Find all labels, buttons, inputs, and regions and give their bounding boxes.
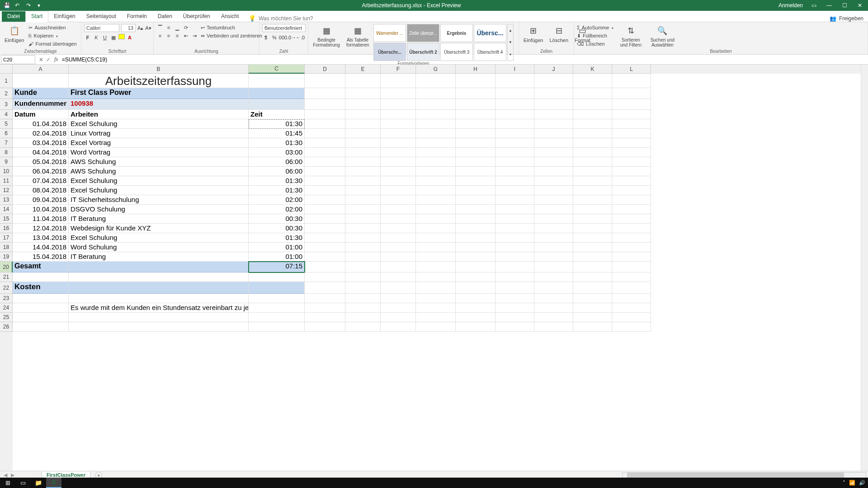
sort-label: Sortieren und Filtern <box>618 38 643 47</box>
font-color-button[interactable]: A <box>126 34 133 41</box>
style-check-cell[interactable]: Zelle überpr... <box>407 24 439 42</box>
sort-filter-button[interactable]: ⇅Sortieren und Filtern <box>616 24 645 48</box>
paste-label: Einfügen <box>5 38 24 43</box>
font-group-label: Schriftart <box>84 49 151 54</box>
table-icon: ▦ <box>352 25 363 37</box>
align-left-icon[interactable]: ≡ <box>156 32 164 39</box>
share-button[interactable]: Freigeben <box>839 15 863 22</box>
fill-icon: ⬇ <box>577 33 581 39</box>
tell-me-label: Was möchten Sie tun? <box>259 15 313 22</box>
signin-link[interactable]: Anmelden <box>778 2 803 9</box>
fill-button[interactable]: ⬇Füllbereich <box>577 32 613 39</box>
tab-data[interactable]: Daten <box>152 11 178 22</box>
tab-pagelayout[interactable]: Seitenlayout <box>81 11 122 22</box>
tab-view[interactable]: Ansicht <box>216 11 244 22</box>
grow-font-icon[interactable]: A▴ <box>137 25 143 31</box>
underline-button[interactable]: U <box>101 34 108 41</box>
maximize-icon[interactable]: ☐ <box>840 2 849 9</box>
delete-cells-button[interactable]: ⊟Löschen <box>547 24 570 44</box>
style-warning[interactable]: Warnender ... <box>373 24 406 42</box>
inc-decimal-icon[interactable]: .0→ <box>288 34 295 41</box>
wrap-icon: ↩ <box>201 25 205 31</box>
style-down-icon[interactable]: ▼ <box>508 40 513 44</box>
percent-icon[interactable]: % <box>271 34 278 41</box>
copy-label: Kopieren <box>33 33 53 38</box>
cond-format-icon: ▦ <box>321 25 332 37</box>
style-heading[interactable]: Übersc... <box>474 24 506 42</box>
bold-button[interactable]: F <box>84 34 91 41</box>
tab-review[interactable]: Überprüfen <box>178 11 216 22</box>
tab-file[interactable]: Datei <box>2 11 25 22</box>
confirm-formula-icon[interactable]: ✓ <box>46 56 51 63</box>
wrap-text-button[interactable]: ↩Textumbruch <box>201 24 267 31</box>
fill-label: Füllbereich <box>583 33 607 38</box>
tell-me[interactable]: 💡 Was möchten Sie tun? <box>249 15 313 22</box>
copy-button[interactable]: ⎘Kopieren <box>28 32 76 39</box>
close-icon[interactable]: ✕ <box>855 2 864 9</box>
align-center-icon[interactable]: ≡ <box>165 32 172 39</box>
format-painter-button[interactable]: 🖌Format übertragen <box>28 40 76 47</box>
border-button[interactable]: ▦ <box>110 34 117 41</box>
shrink-font-icon[interactable]: A▾ <box>145 25 151 31</box>
wrap-label: Textumbruch <box>207 25 235 30</box>
align-bottom-icon[interactable]: ▁ <box>174 24 181 31</box>
italic-button[interactable]: K <box>93 34 100 41</box>
alignment-group-label: Ausrichtung <box>156 49 256 54</box>
indent-inc-icon[interactable]: ⇥ <box>191 32 198 39</box>
number-group-label: Zahl <box>262 49 305 54</box>
clear-button[interactable]: ⌫Löschen <box>577 40 613 47</box>
thousand-icon[interactable]: 000 <box>279 34 287 41</box>
eraser-icon: ⌫ <box>577 41 584 47</box>
dec-decimal-icon[interactable]: ←.0 <box>297 34 304 41</box>
merge-button[interactable]: ⇔Verbinden und zentrieren <box>201 32 267 39</box>
editing-group-label: Bearbeiten <box>577 49 865 54</box>
merge-icon: ⇔ <box>201 33 205 39</box>
fx-icon[interactable]: fx <box>54 56 58 63</box>
ribbon-options-icon[interactable]: ▭ <box>809 2 818 9</box>
delete-icon: ⊟ <box>553 25 565 37</box>
find-select-button[interactable]: 🔍Suchen und Auswählen <box>648 24 677 48</box>
paste-button[interactable]: 📋 Einfügen <box>3 24 26 44</box>
share-icon: 👥 <box>830 15 836 22</box>
minimize-icon[interactable]: — <box>825 2 834 9</box>
fill-color-button[interactable] <box>118 34 125 39</box>
style-result[interactable]: Ergebnis <box>440 24 473 42</box>
conditional-format-button[interactable]: ▦Bedingte Formatierung <box>311 24 342 48</box>
cancel-formula-icon[interactable]: ✕ <box>39 56 43 63</box>
tab-insert[interactable]: Einfügen <box>48 11 80 22</box>
cut-button[interactable]: ✂Ausschneiden <box>28 24 76 31</box>
delete-label: Löschen <box>549 38 568 43</box>
bulb-icon: 💡 <box>249 15 256 22</box>
search-icon: 🔍 <box>656 25 668 37</box>
name-box[interactable]: C20 <box>1 55 35 64</box>
orientation-icon[interactable]: ⟳ <box>182 24 189 31</box>
undo-icon[interactable]: ↶ <box>15 2 22 9</box>
align-right-icon[interactable]: ≡ <box>174 32 181 39</box>
save-icon[interactable]: 💾 <box>4 2 10 9</box>
style-up-icon[interactable]: ▲ <box>508 28 513 33</box>
number-format-combo[interactable]: Benutzerdefiniert <box>262 24 306 32</box>
title-bar: 💾 ↶ ↷ ▾ Arbeitszeiterfassung.xlsx - Exce… <box>0 0 868 11</box>
format-as-table-button[interactable]: ▦Als Tabelle formatieren <box>344 24 371 48</box>
table-label: Als Tabelle formatieren <box>346 38 369 47</box>
autosum-button[interactable]: ΣAutoSumme <box>577 24 613 31</box>
ribbon-tabs: Datei Start Einfügen Seitenlayout Formel… <box>0 11 868 22</box>
currency-icon[interactable]: $ <box>262 34 269 41</box>
tab-start[interactable]: Start <box>25 11 48 22</box>
tab-formulas[interactable]: Formeln <box>122 11 152 22</box>
window-title: Arbeitszeiterfassung.xlsx - Excel Previe… <box>44 2 778 9</box>
align-middle-icon[interactable]: ≡ <box>165 24 172 31</box>
ribbon: 📋 Einfügen ✂Ausschneiden ⎘Kopieren 🖌Form… <box>0 22 868 55</box>
cond-format-label: Bedingte Formatierung <box>313 38 340 47</box>
formula-input[interactable]: =SUMME(C5:C19) <box>61 56 868 63</box>
cut-icon: ✂ <box>28 25 33 31</box>
redo-icon[interactable]: ↷ <box>26 2 33 9</box>
font-size-combo[interactable]: 13 <box>121 24 136 32</box>
insert-cells-button[interactable]: ⊞Einfügen <box>522 24 545 44</box>
font-name-combo[interactable]: Calibri <box>84 24 119 32</box>
align-top-icon[interactable]: ▔ <box>156 24 164 31</box>
insert-icon: ⊞ <box>528 25 539 37</box>
qa-custom-icon[interactable]: ▾ <box>38 2 44 9</box>
sigma-icon: Σ <box>577 25 580 30</box>
indent-dec-icon[interactable]: ⇤ <box>182 32 189 39</box>
